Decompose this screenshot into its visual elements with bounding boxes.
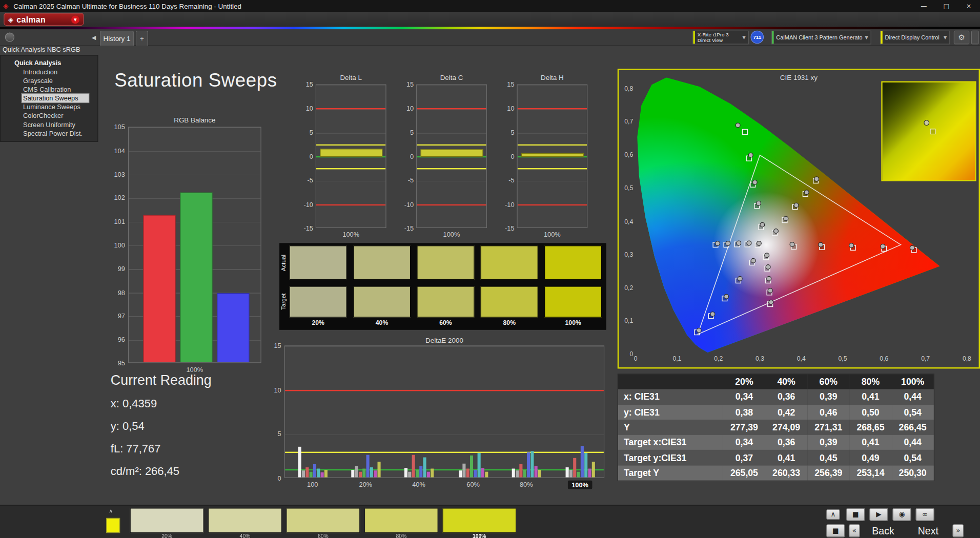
sidebar-tree: IntroductionGrayscaleCMS CalibrationSatu…	[1, 68, 97, 138]
deltae-bar	[324, 470, 328, 478]
minimize-button[interactable]: —	[912, 0, 935, 12]
sidebar-item-cms-calibration[interactable]: CMS Calibration	[1, 85, 97, 94]
y-tick-label: 5	[410, 129, 414, 136]
col-label-80%: 80%	[481, 319, 538, 326]
pattern-window-button[interactable]: ■	[826, 524, 845, 537]
rgb-bar-red	[143, 215, 175, 362]
y-tick-label: -5	[408, 176, 414, 184]
table-cell: 0,45	[807, 450, 849, 466]
history-nav-button[interactable]	[5, 32, 14, 42]
target-swatch-100%	[544, 286, 602, 317]
rgb-bar-green	[180, 192, 212, 362]
measure-button[interactable]: ◉	[892, 508, 911, 521]
table-cell: 260,33	[765, 465, 807, 481]
deltae-group-label: 20%	[359, 481, 373, 488]
chevron-down-icon: ▼	[941, 35, 949, 40]
actual-swatch-60%	[417, 245, 474, 280]
back-chevrons-button[interactable]: «	[849, 524, 860, 537]
delta_h-title: Delta H	[517, 74, 587, 81]
cie-zoom-inset[interactable]	[881, 81, 976, 181]
app-icon: ◈	[3, 2, 8, 10]
deltae-bar	[366, 455, 370, 478]
delta-value-bar	[320, 149, 382, 157]
close-button[interactable]: ×	[957, 0, 980, 12]
deltae-bar	[412, 455, 415, 478]
deltae-bar	[416, 470, 419, 478]
deltae-bar	[310, 471, 313, 478]
sidebar-item-saturation-sweeps[interactable]: Saturation Sweeps	[22, 94, 89, 102]
sidebar-item-luminance-sweeps[interactable]: Luminance Sweeps	[1, 102, 97, 111]
play-button[interactable]: ▶	[869, 508, 888, 521]
level-swatch-20%[interactable]	[130, 508, 204, 533]
measurement-marker	[710, 312, 715, 317]
sidebar-item-spectral-power-dist-[interactable]: Spectral Power Dist.	[1, 129, 97, 137]
tree-group-label[interactable]: Quick Analysis	[1, 58, 97, 67]
reading-y: y: 0,54	[111, 420, 212, 433]
level-swatch-60%[interactable]	[286, 508, 360, 533]
target-marker	[743, 129, 748, 134]
pattern-generator-dropdown[interactable]: CalMAN Client 3 Pattern Generator ▼	[771, 31, 871, 45]
main-toolbar: ◈ calman ▼	[0, 12, 980, 27]
meter-dropdown[interactable]: X-Rite i1Pro 3 Direct View ▼	[692, 31, 749, 45]
deltae-bar	[592, 462, 595, 478]
level-swatch-40%[interactable]	[208, 508, 282, 533]
sidebar-item-introduction[interactable]: Introduction	[1, 68, 97, 76]
calman-menu-button[interactable]: ◈ calman ▼	[4, 13, 84, 26]
maximize-button[interactable]: □	[935, 0, 957, 12]
deltae-title: DeltaE 2000	[284, 337, 604, 344]
table-cell: 277,39	[723, 420, 765, 435]
rgb-balance-plot	[128, 127, 261, 363]
settings-button[interactable]: ⚙	[954, 31, 969, 45]
red-reference-line	[285, 389, 604, 390]
deltae-group-label: 60%	[466, 481, 480, 488]
y-tick-label: -15	[404, 224, 414, 232]
back-button[interactable]: Back	[863, 524, 904, 537]
table-cell: 0,39	[807, 435, 849, 450]
sidebar-item-screen-uniformity[interactable]: Screen Uniformity	[1, 120, 97, 129]
red-reference-line	[518, 108, 587, 109]
delta_l-xlabel: 100%	[316, 231, 386, 238]
level-swatch-label: 20%	[130, 533, 204, 538]
tab-history-1[interactable]: History 1	[100, 31, 134, 46]
level-swatch-80%[interactable]	[364, 508, 438, 533]
y-tick-label: 5	[511, 129, 514, 136]
y-tick-label: 0	[278, 474, 281, 482]
continuous-measure-button[interactable]: ∞	[915, 508, 934, 521]
active-patch-swatch[interactable]	[106, 518, 120, 533]
measurement-marker	[790, 242, 794, 247]
yellow-reference-line	[417, 168, 486, 169]
delta_h-xlabel: 100%	[517, 231, 587, 238]
yellow-reference-line	[518, 168, 587, 169]
y-tick-label: 105	[114, 123, 125, 131]
panel-options-button[interactable]	[971, 31, 979, 45]
stop-button[interactable]: ■	[846, 508, 865, 521]
sidebar-item-colorchecker[interactable]: ColorChecker	[1, 111, 97, 120]
col-label-100%: 100%	[544, 319, 602, 326]
deltae-group-label: 100%	[568, 481, 592, 489]
sidebar-collapse-icon[interactable]: ◀	[89, 32, 99, 43]
next-chevrons-button[interactable]: »	[952, 524, 964, 537]
workspace-title: Quick Analysis NBC sRGB	[3, 46, 99, 53]
add-tab-button[interactable]: +	[136, 31, 148, 46]
meter-status-badge[interactable]: 711	[750, 31, 764, 44]
actual-swatch-100%	[544, 245, 602, 280]
app-window: ◈ Calman 2025 Calman Ultimate for Busine…	[0, 0, 980, 538]
deltae-bar	[530, 451, 534, 478]
sidebar-item-grayscale[interactable]: Grayscale	[1, 76, 97, 85]
chevron-up-icon[interactable]: ∧	[109, 508, 113, 514]
panel-collapse-button[interactable]: ∧	[826, 509, 840, 520]
delta-value-bar	[421, 149, 483, 157]
next-button[interactable]: Next	[908, 524, 949, 537]
level-swatch-100%[interactable]	[442, 508, 516, 533]
display-control-dropdown[interactable]: Direct Display Control ▼	[880, 31, 950, 45]
row-label-target: Target	[280, 286, 288, 317]
y-tick-label: -15	[505, 224, 515, 232]
table-row-label: Y	[618, 420, 723, 435]
delta_l-ylabels: 151050-5-10-15	[293, 85, 313, 228]
loop-icon: ∞	[922, 510, 928, 519]
deltae-bar	[584, 453, 587, 478]
measurement-marker	[737, 241, 741, 245]
chevron-down-icon: ▼	[740, 35, 748, 40]
table-row-label: Target x:CIE31	[618, 435, 723, 450]
deltae-group-label: 40%	[412, 481, 425, 488]
